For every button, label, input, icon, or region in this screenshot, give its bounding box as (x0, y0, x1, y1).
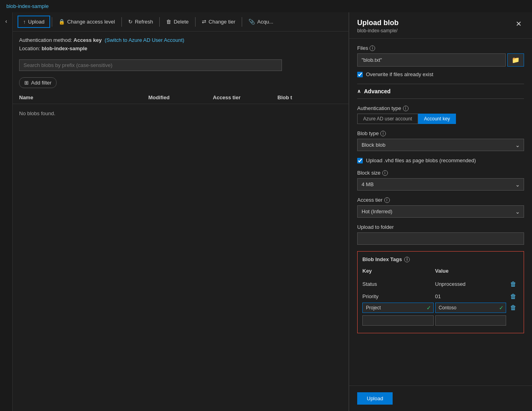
upload-label: Upload (28, 19, 45, 25)
location-label: Location: (19, 45, 40, 51)
table-empty-message: No blobs found. (13, 104, 348, 123)
delete-icon: 🗑 (166, 19, 171, 25)
auth-azure-ad-button[interactable]: Azure AD user account (357, 114, 418, 124)
change-tier-button[interactable]: ⇄ Change tier (197, 16, 240, 27)
upload-submit-button[interactable]: Upload (357, 392, 393, 405)
tag-priority-delete-button[interactable]: 🗑 (508, 292, 519, 301)
tags-column-headers: Key Value (362, 266, 519, 275)
delete-button[interactable]: 🗑 Delete (161, 16, 194, 27)
change-access-button[interactable]: 🔒 Change access level (54, 16, 120, 27)
auth-type-info-icon: i (403, 106, 409, 111)
panel-footer: Upload (349, 385, 532, 411)
overwrite-checkbox-row: Overwrite if files already exist (357, 71, 524, 77)
breadcrumb-link[interactable]: blob-index-sample (6, 3, 49, 9)
access-tier-select[interactable]: Hot (Inferred) Cool Archive (357, 205, 524, 218)
separator-2 (121, 17, 122, 27)
col-access-tier: Access tier (213, 94, 278, 100)
upload-folder-input[interactable] (357, 232, 524, 245)
change-tier-label: Change tier (209, 19, 235, 25)
separator-5 (242, 17, 242, 27)
block-size-info-icon: i (382, 170, 388, 176)
search-bar (13, 56, 348, 74)
close-panel-button[interactable]: ✕ (513, 19, 524, 29)
vhd-checkbox-row: Upload .vhd files as page blobs (recomme… (357, 157, 524, 163)
file-input-row: 📁 (357, 53, 524, 67)
separator-1 (52, 17, 52, 27)
table-header: Name Modified Access tier Blob t (13, 91, 348, 104)
tag-row-editing: ✓ ✓ 🗑 (362, 303, 519, 313)
left-panel: ↑ Upload 🔒 Change access level ↻ Refresh… (13, 12, 349, 411)
access-tier-label: Access tier i (357, 197, 524, 203)
file-input[interactable] (357, 53, 506, 67)
tag-new-value-input[interactable] (435, 315, 507, 326)
blob-type-dropdown-wrapper: Block blob Page blob Append blob (357, 139, 524, 151)
tag-project-value-input[interactable] (435, 303, 507, 313)
refresh-button[interactable]: ↻ Refresh (123, 16, 158, 27)
panel-title: Upload blob (357, 19, 399, 27)
add-filter-button[interactable]: ⊞ Add filter (19, 77, 57, 88)
block-size-label: Block size i (357, 170, 524, 176)
upload-button[interactable]: ↑ Upload (18, 16, 50, 28)
advanced-section-header[interactable]: ∧ Advanced (357, 84, 524, 99)
panel-subtitle: blob-index-sample/ (357, 28, 399, 33)
sidebar-collapse-btn[interactable]: ‹ (5, 16, 7, 27)
blob-type-select[interactable]: Block blob Page blob Append blob (357, 139, 524, 151)
change-tier-icon: ⇄ (202, 19, 206, 25)
tags-value-header: Value (435, 266, 507, 275)
auth-method-label: Authentication method: (19, 37, 72, 43)
overwrite-label: Overwrite if files already exist (366, 71, 433, 77)
blob-type-field: Blob type i Block blob Page blob Append … (357, 130, 524, 151)
acquire-label: Acqu... (257, 19, 273, 25)
tag-priority-value: 01 (435, 292, 507, 301)
block-size-select[interactable]: 4 MB 8 MB 16 MB 32 MB 64 MB (357, 178, 524, 191)
blob-type-info-icon: i (380, 131, 386, 136)
advanced-chevron-icon: ∧ (357, 88, 361, 94)
filter-label: Add filter (31, 80, 51, 86)
tag-status-delete-button[interactable]: 🗑 (508, 280, 519, 289)
advanced-label: Advanced (364, 88, 391, 94)
breadcrumb: blob-index-sample (0, 0, 532, 12)
tag-priority-key: Priority (362, 292, 434, 301)
refresh-label: Refresh (135, 19, 153, 25)
acquire-icon: 📎 (248, 19, 255, 25)
tag-project-delete-button[interactable]: 🗑 (508, 303, 519, 312)
tag-new-key-input[interactable] (362, 315, 434, 326)
delete-label: Delete (174, 19, 189, 25)
block-size-field: Block size i 4 MB 8 MB 16 MB 32 MB 64 MB (357, 170, 524, 191)
search-input[interactable] (19, 59, 282, 71)
access-tier-info-icon: i (384, 197, 390, 203)
filter-bar: ⊞ Add filter (13, 74, 348, 91)
filter-icon: ⊞ (24, 80, 29, 86)
upload-folder-field: Upload to folder (357, 224, 524, 245)
auth-account-key-button[interactable]: Account key (418, 114, 456, 124)
files-info-icon: i (370, 45, 375, 51)
overwrite-checkbox[interactable] (357, 72, 363, 77)
tags-info-icon: i (404, 257, 410, 262)
auth-method-value: Access key (74, 37, 102, 43)
toolbar: ↑ Upload 🔒 Change access level ↻ Refresh… (13, 12, 348, 31)
change-access-label: Change access level (67, 19, 115, 25)
access-tier-field: Access tier i Hot (Inferred) Cool Archiv… (357, 197, 524, 218)
lock-icon: 🔒 (59, 19, 65, 25)
refresh-icon: ↻ (128, 19, 133, 25)
auth-type-section: Authentication type i Azure AD user acco… (357, 105, 524, 124)
tag-project-key-input[interactable] (362, 303, 434, 313)
files-label: Files i (357, 45, 524, 51)
tag-status-key: Status (362, 279, 434, 289)
auth-switch-link[interactable]: (Switch to Azure AD User Account) (105, 37, 184, 43)
acquire-button[interactable]: 📎 Acqu... (244, 16, 278, 27)
tags-label: Blob Index Tags (362, 256, 402, 262)
vhd-checkbox[interactable] (357, 158, 363, 163)
blob-type-label: Blob type i (357, 130, 524, 136)
blob-table: Name Modified Access tier Blob t No blob… (13, 91, 348, 411)
access-tier-dropdown-wrapper: Hot (Inferred) Cool Archive (357, 205, 524, 218)
panel-content: Files i 📁 Overwrite if files already exi… (349, 39, 532, 385)
left-sidebar: ‹ (0, 12, 13, 411)
blob-tags-section: Blob Index Tags i Key Value Status Unpro… (357, 251, 524, 333)
tags-key-header: Key (362, 266, 434, 275)
upload-blob-panel: Upload blob blob-index-sample/ ✕ Files i… (349, 12, 532, 411)
auth-info: Authentication method: Access key (Switc… (13, 31, 348, 56)
separator-3 (159, 17, 160, 27)
vhd-label: Upload .vhd files as page blobs (recomme… (366, 157, 476, 163)
file-browse-button[interactable]: 📁 (507, 53, 524, 67)
